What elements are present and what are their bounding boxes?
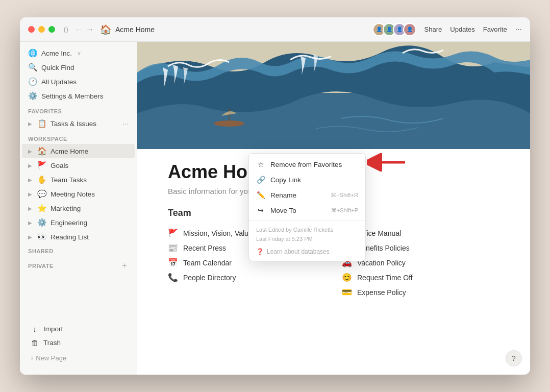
sidebar-item-marketing[interactable]: ▶ ⭐ Marketing xyxy=(22,201,135,215)
updates-button[interactable]: Updates xyxy=(450,26,474,33)
workspace-chevron-icon: ∨ xyxy=(77,50,81,57)
main-layout: 🌐 Acme Inc. ∨ 🔍 Quick Find 🕐 All Updates… xyxy=(20,42,530,375)
tasks-icon: 📋 xyxy=(37,119,46,128)
ctx-remove-favorites-label: Remove from Favorites xyxy=(270,161,342,168)
settings-item[interactable]: ⚙️ Settings & Members xyxy=(22,89,135,103)
list-item[interactable]: 💳 Expense Policy xyxy=(342,285,499,300)
sidebar-item-acme-home[interactable]: ▶ 🏠 Acme Home xyxy=(22,144,135,158)
new-page-button[interactable]: + New Page xyxy=(24,352,133,364)
star-icon: ☆ xyxy=(256,160,265,168)
ctx-rename-label: Rename xyxy=(270,191,296,199)
import-label: Import xyxy=(43,325,63,333)
collaborator-avatars: 👤 👤 👤 👤 xyxy=(372,23,416,36)
quick-find-item[interactable]: 🔍 Quick Find xyxy=(22,60,135,75)
add-private-button[interactable]: ＋ xyxy=(120,260,129,271)
press-icon: 📰 xyxy=(168,243,178,253)
settings-label: Settings & Members xyxy=(41,92,104,100)
marketing-label: Marketing xyxy=(51,205,81,212)
content-area: Acme Home Basic information for your org… xyxy=(137,42,530,375)
chevron-right-icon: ▶ xyxy=(28,234,32,240)
list-item[interactable]: 📞 People Directory xyxy=(168,270,326,285)
sidebar-item-goals[interactable]: ▶ 🚩 Goals xyxy=(22,158,135,173)
goals-label: Goals xyxy=(51,162,68,169)
favorite-button[interactable]: Favorite xyxy=(483,26,507,33)
expense-icon: 💳 xyxy=(342,287,352,297)
expense-label: Expense Policy xyxy=(357,288,406,297)
time-off-icon: 😊 xyxy=(342,273,352,282)
clock-icon: 🕐 xyxy=(28,77,37,86)
sidebar-item-reading-list[interactable]: ▶ 👀 Reading List xyxy=(22,230,135,244)
chevron-right-icon: ▶ xyxy=(28,220,32,226)
workspace-name-item[interactable]: 🌐 Acme Inc. ∨ xyxy=(22,46,135,60)
new-page-label: + New Page xyxy=(30,354,66,362)
question-icon: ❓ xyxy=(256,248,264,255)
ctx-last-edited-by: Last Edited by Camille Ricketts xyxy=(256,226,358,235)
team-tasks-icon: ✋ xyxy=(37,175,46,184)
more-options-icon[interactable]: ··· xyxy=(122,119,129,128)
help-button[interactable]: ? xyxy=(506,350,522,366)
home-icon: 🏠 xyxy=(37,146,46,156)
acme-home-label: Acme Home xyxy=(51,148,88,155)
engineering-icon: ⚙️ xyxy=(37,218,46,227)
move-icon: ↪ xyxy=(256,206,265,214)
more-options-button[interactable]: ··· xyxy=(515,25,522,34)
import-icon: ↓ xyxy=(30,325,39,333)
ctx-move-to-label: Move To xyxy=(270,207,296,214)
sidebar-collapse-button[interactable]: ⟨⟩ xyxy=(63,26,68,34)
sidebar-item-meeting-notes[interactable]: ▶ 💬 Meeting Notes xyxy=(22,187,135,201)
meeting-notes-label: Meeting Notes xyxy=(51,190,95,198)
directory-icon: 📞 xyxy=(168,273,178,282)
sidebar-item-tasks[interactable]: ▶ 📋 Tasks & Issues ··· xyxy=(22,116,135,131)
calendar-label: Team Calendar xyxy=(183,259,232,267)
ctx-move-to-shortcut: ⌘+Shift+P xyxy=(331,207,358,214)
wave-illustration xyxy=(137,42,530,149)
close-button[interactable] xyxy=(28,26,35,33)
share-button[interactable]: Share xyxy=(424,26,442,33)
trash-icon: 🗑 xyxy=(30,338,39,347)
shared-section-row: SHARED xyxy=(20,244,137,256)
sidebar: 🌐 Acme Inc. ∨ 🔍 Quick Find 🕐 All Updates… xyxy=(20,42,137,375)
minimize-button[interactable] xyxy=(38,26,45,33)
mission-icon: 🚩 xyxy=(168,228,178,238)
forward-arrow[interactable]: → xyxy=(86,25,94,34)
arrow-svg xyxy=(367,153,408,172)
sidebar-item-engineering[interactable]: ▶ ⚙️ Engineering xyxy=(22,215,135,230)
red-arrow-indicator xyxy=(367,153,408,172)
chevron-right-icon: ▶ xyxy=(28,163,32,168)
trash-label: Trash xyxy=(43,339,61,347)
link-icon: 🔗 xyxy=(256,176,265,184)
tasks-label: Tasks & Issues xyxy=(51,120,96,128)
titlebar-actions: 👤 👤 👤 👤 Share Updates Favorite ··· xyxy=(372,23,522,36)
ctx-meta: Last Edited by Camille Ricketts Last Fri… xyxy=(249,223,365,246)
hero-image xyxy=(137,42,530,149)
ctx-learn-databases[interactable]: ❓ Learn about databases xyxy=(249,246,365,258)
sidebar-footer: ↓ Import 🗑 Trash + New Page xyxy=(20,318,137,371)
chevron-right-icon: ▶ xyxy=(28,121,32,127)
avatar: 👤 xyxy=(403,23,416,36)
ctx-move-to[interactable]: ↪ Move To ⌘+Shift+P xyxy=(249,203,365,218)
context-menu: ☆ Remove from Favorites 🔗 Copy Link ✏️ R… xyxy=(248,153,366,261)
back-arrow[interactable]: ← xyxy=(74,25,83,34)
shared-section-label: SHARED xyxy=(28,248,54,254)
ctx-copy-link-label: Copy Link xyxy=(270,176,301,184)
import-item[interactable]: ↓ Import xyxy=(24,322,133,336)
ctx-rename[interactable]: ✏️ Rename ⌘+Shift+R xyxy=(249,187,365,203)
all-updates-label: All Updates xyxy=(41,78,77,86)
meeting-notes-icon: 💬 xyxy=(37,189,46,199)
private-section-label: PRIVATE xyxy=(28,263,54,269)
ctx-learn-label: Learn about databases xyxy=(267,248,330,255)
ctx-rename-shortcut: ⌘+Shift+R xyxy=(331,192,358,199)
ctx-copy-link[interactable]: 🔗 Copy Link xyxy=(249,172,365,187)
list-item[interactable]: 😊 Request Time Off xyxy=(342,270,499,285)
workspace-name-label: Acme Inc. xyxy=(41,50,72,57)
ctx-last-edited-time: Last Friday at 5:23 PM xyxy=(256,235,358,244)
svg-point-4 xyxy=(214,120,244,127)
ctx-remove-favorites[interactable]: ☆ Remove from Favorites xyxy=(249,157,365,172)
ctx-divider xyxy=(249,220,365,220)
trash-item[interactable]: 🗑 Trash xyxy=(24,336,133,350)
maximize-button[interactable] xyxy=(48,26,55,33)
team-tasks-label: Team Tasks xyxy=(51,176,87,184)
sidebar-item-team-tasks[interactable]: ▶ ✋ Team Tasks xyxy=(22,173,135,187)
all-updates-item[interactable]: 🕐 All Updates xyxy=(22,75,135,89)
gear-icon: ⚙️ xyxy=(28,91,37,101)
